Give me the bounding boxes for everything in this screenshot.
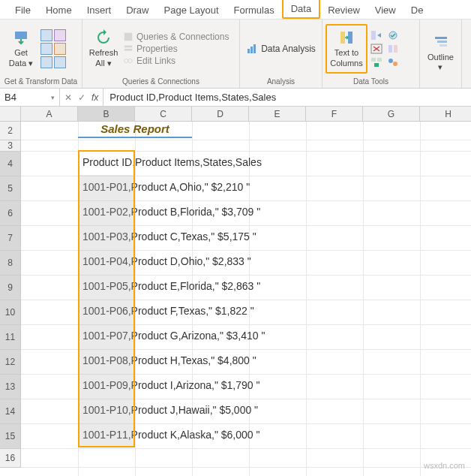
row-header-7[interactable]: 7 <box>0 226 21 251</box>
col-header-E[interactable]: E <box>249 107 306 122</box>
tab-de[interactable]: De <box>404 2 431 19</box>
formula-bar: B4 ✕ ✓ fx Product ID,Product Items,State… <box>0 89 471 107</box>
row-7[interactable]: 1001-P03,Product C,Texas," $5,175 " <box>21 226 471 251</box>
formula-input[interactable]: Product ID,Product Items,States,Sales <box>104 89 471 106</box>
svg-point-4 <box>124 59 128 62</box>
cell-b14[interactable]: 1001-P10,Product J,Hawaii," $5,000 " <box>82 404 258 416</box>
column-headers[interactable]: ABCDEFGH <box>21 107 471 122</box>
row-2[interactable]: Sales Report <box>21 122 471 140</box>
cancel-icon[interactable]: ✕ <box>64 92 72 103</box>
properties-button[interactable]: Properties <box>123 44 229 54</box>
cell-b13[interactable]: 1001-P09,Product I,Arizona," $1,790 " <box>82 379 260 391</box>
row-header-16[interactable]: 16 <box>0 449 21 468</box>
svg-rect-11 <box>371 31 376 40</box>
row-header-2[interactable]: 2 <box>0 122 21 140</box>
row-16[interactable] <box>21 449 471 468</box>
cell-b12[interactable]: 1001-P08,Product H,Texas," $4,800 " <box>82 354 256 366</box>
col-header-H[interactable]: H <box>420 107 471 122</box>
ribbon: Get Data ▾ Get & Transform Data Refresh … <box>0 20 471 89</box>
row-9[interactable]: 1001-P05,Product E,Florida," $2,863 " <box>21 276 471 300</box>
data-validation-button[interactable] <box>386 29 400 69</box>
tab-home[interactable]: Home <box>38 2 80 19</box>
group-label-data-tools: Data Tools <box>326 76 416 86</box>
row-header-8[interactable]: 8 <box>0 251 21 276</box>
cell-b9[interactable]: 1001-P05,Product E,Florida," $2,863 " <box>82 280 260 292</box>
text-to-columns-button[interactable]: Text to Columns <box>326 24 368 74</box>
ribbon-tabs: FileHomeInsertDrawPage LayoutFormulasDat… <box>0 0 471 20</box>
tab-view[interactable]: View <box>368 2 404 19</box>
svg-rect-14 <box>377 58 382 62</box>
row-6[interactable]: 1001-P02,Product B,Florida," $3,709 " <box>21 201 471 226</box>
col-header-A[interactable]: A <box>21 107 78 122</box>
get-data-button[interactable]: Get Data ▾ <box>3 24 39 74</box>
data-analysis-button[interactable]: Data Analysis <box>246 43 316 55</box>
cell-b8[interactable]: 1001-P04,Product D,Ohio," $2,833 " <box>82 255 251 267</box>
col-header-C[interactable]: C <box>135 107 192 122</box>
enter-icon[interactable]: ✓ <box>78 92 86 103</box>
tab-page-layout[interactable]: Page Layout <box>157 2 226 19</box>
select-all-corner[interactable] <box>0 107 21 122</box>
row-header-14[interactable]: 14 <box>0 399 21 424</box>
row-header-10[interactable]: 10 <box>0 300 21 325</box>
row-header-3[interactable]: 3 <box>0 140 21 152</box>
row-13[interactable]: 1001-P09,Product I,Arizona," $1,790 " <box>21 375 471 399</box>
row-header-4[interactable]: 4 <box>0 152 21 176</box>
cell-b5[interactable]: 1001-P01,Product A,Ohio," $2,210 " <box>82 181 250 193</box>
row-header-5[interactable]: 5 <box>0 176 21 201</box>
watermark: wsxdn.com <box>424 461 465 470</box>
tab-review[interactable]: Review <box>320 2 368 19</box>
row-14[interactable]: 1001-P10,Product J,Hawaii," $5,000 " <box>21 399 471 424</box>
flash-fill-button[interactable] <box>369 29 384 69</box>
cell-b7[interactable]: 1001-P03,Product C,Texas," $5,175 " <box>82 230 256 243</box>
tab-insert[interactable]: Insert <box>80 2 119 19</box>
row-15[interactable]: 1001-P11,Product K,Alaska," $6,000 " <box>21 424 471 449</box>
row-8[interactable]: 1001-P04,Product D,Ohio," $2,833 " <box>21 251 471 276</box>
svg-rect-13 <box>371 58 376 62</box>
edit-links-button[interactable]: Edit Links <box>123 56 229 66</box>
row-header-11[interactable]: 11 <box>0 325 21 350</box>
name-box[interactable]: B4 <box>0 89 60 106</box>
row-headers[interactable]: 2345678910111213141516 <box>0 122 21 468</box>
svg-point-20 <box>393 62 398 66</box>
svg-rect-15 <box>374 63 379 67</box>
svg-rect-21 <box>435 37 447 39</box>
svg-rect-2 <box>124 45 133 47</box>
row-header-13[interactable]: 13 <box>0 375 21 399</box>
cell-b10[interactable]: 1001-P06,Product F,Texas," $1,822 " <box>82 305 254 317</box>
svg-point-19 <box>388 59 393 63</box>
spreadsheet-grid[interactable]: ABCDEFGH 2345678910111213141516 Sales Re… <box>0 107 471 476</box>
row-header-12[interactable]: 12 <box>0 350 21 375</box>
col-header-G[interactable]: G <box>363 107 420 122</box>
row-header-15[interactable]: 15 <box>0 424 21 449</box>
col-header-F[interactable]: F <box>306 107 363 122</box>
title-cell: Sales Report <box>78 122 192 138</box>
cell-b6[interactable]: 1001-P02,Product B,Florida," $3,709 " <box>82 206 260 218</box>
col-header-D[interactable]: D <box>192 107 249 122</box>
tab-data[interactable]: Data <box>282 0 320 19</box>
svg-rect-1 <box>124 32 133 41</box>
cell-b11[interactable]: 1001-P07,Product G,Arizona," $3,410 " <box>82 330 265 342</box>
tab-draw[interactable]: Draw <box>118 2 156 19</box>
cell-b15[interactable]: 1001-P11,Product K,Alaska," $6,000 " <box>82 429 260 441</box>
col-header-B[interactable]: B <box>78 107 135 122</box>
svg-rect-8 <box>254 44 256 53</box>
row-5[interactable]: 1001-P01,Product A,Ohio," $2,210 " <box>21 176 471 201</box>
refresh-all-button[interactable]: Refresh All ▾ <box>86 24 122 74</box>
row-header-9[interactable]: 9 <box>0 276 21 300</box>
tab-formulas[interactable]: Formulas <box>226 2 282 19</box>
row-10[interactable]: 1001-P06,Product F,Texas," $1,822 " <box>21 300 471 325</box>
outline-button[interactable]: Outline ▾ <box>423 28 458 77</box>
row-3[interactable] <box>21 140 471 152</box>
svg-rect-17 <box>388 45 392 53</box>
get-data-mini-icons[interactable] <box>40 29 66 68</box>
fx-icon[interactable]: fx <box>92 92 98 103</box>
row-header-6[interactable]: 6 <box>0 201 21 226</box>
queries-connections-button[interactable]: Queries & Connections <box>123 32 229 42</box>
row-11[interactable]: 1001-P07,Product G,Arizona," $3,410 " <box>21 325 471 350</box>
group-label-get-transform: Get & Transform Data <box>3 76 79 86</box>
tab-file[interactable]: File <box>8 2 38 19</box>
cells[interactable]: Sales ReportProduct ID,Product Items,Sta… <box>21 122 471 476</box>
row-4[interactable]: Product ID,Product Items,States,Sales <box>21 152 471 176</box>
row-12[interactable]: 1001-P08,Product H,Texas," $4,800 " <box>21 350 471 375</box>
cell-b4[interactable]: Product ID,Product Items,States,Sales <box>82 156 262 168</box>
